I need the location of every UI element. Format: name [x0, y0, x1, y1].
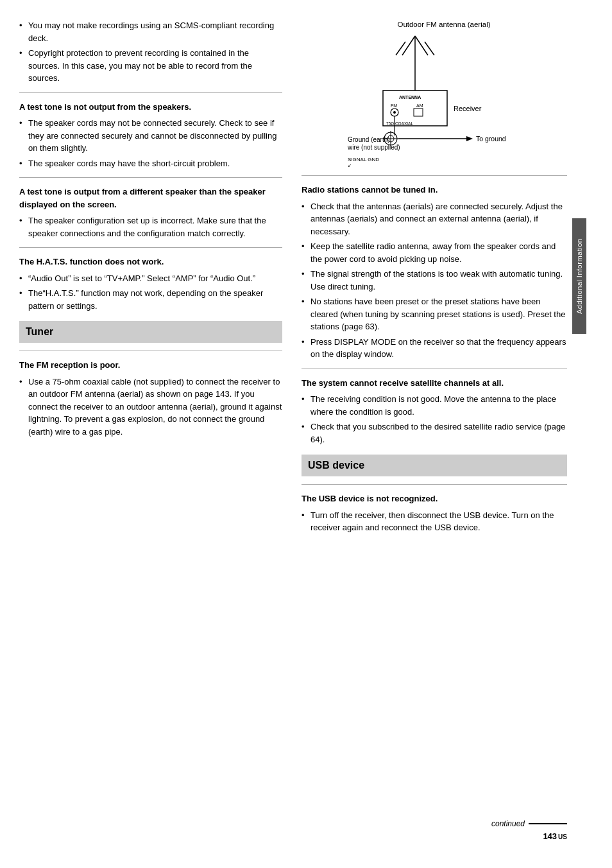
list-item: Check that you subscribed to the desired… — [302, 421, 567, 446]
page-number: 143US — [543, 830, 567, 843]
svg-text:↙: ↙ — [348, 163, 352, 168]
list-item: Copyright protection to prevent recordin… — [19, 47, 282, 85]
svg-text:Ground (earth): Ground (earth) — [348, 136, 390, 143]
radio-heading: Radio stations cannot be tuned in. — [302, 184, 567, 196]
divider — [302, 175, 567, 176]
main-content: You may not make recordings using an SCM… — [0, 0, 612, 868]
page: You may not make recordings using an SCM… — [0, 0, 612, 868]
antenna-diagram-svg: ANTENNA FM AM 75Ω COAXIAL Receiver — [344, 33, 524, 168]
section3-bullets: “Audio Out” is set to “TV+AMP.” Select “… — [19, 272, 282, 313]
continued-label: continued — [491, 818, 567, 829]
section3-heading: The H.A.T.S. function does not work. — [19, 256, 282, 268]
list-item: Turn off the receiver, then disconnect t… — [302, 509, 567, 534]
list-item: Press DISPLAY MODE on the receiver so th… — [302, 336, 567, 361]
section1-heading: A test tone is not output from the speak… — [19, 101, 282, 114]
list-item: Check that the antennas (aerials) are co… — [302, 200, 567, 238]
satellite-heading: The system cannot receive satellite chan… — [302, 377, 567, 390]
antenna-diagram-section: Outdoor FM antenna (aerial) — [302, 19, 567, 168]
usb-heading: The USB device is not recognized. — [302, 492, 567, 505]
usb-bullets: Turn off the receiver, then disconnect t… — [302, 509, 567, 534]
list-item: Use a 75-ohm coaxial cable (not supplied… — [19, 376, 282, 438]
antenna-label-top: Outdoor FM antenna (aerial) — [321, 19, 567, 30]
svg-text:SIGNAL GND: SIGNAL GND — [348, 157, 379, 162]
fm-bullets: Use a 75-ohm coaxial cable (not supplied… — [19, 376, 282, 438]
svg-line-0 — [402, 36, 415, 55]
svg-line-2 — [415, 36, 428, 55]
divider — [19, 247, 282, 248]
side-tab: Additional Information — [572, 218, 586, 334]
section2-bullets: The speaker configuration set up is inco… — [19, 214, 282, 239]
left-column: You may not make recordings using an SCM… — [0, 13, 295, 855]
list-item: The speaker configuration set up is inco… — [19, 214, 282, 239]
divider — [19, 351, 282, 351]
divider — [19, 92, 282, 93]
satellite-bullets: The receiving condition is not good. Mov… — [302, 393, 567, 446]
list-item: Keep the satellite radio antenna, away f… — [302, 240, 567, 265]
svg-text:Receiver: Receiver — [454, 105, 482, 112]
section2-heading: A test tone is output from a different s… — [19, 186, 282, 211]
list-item: The receiving condition is not good. Mov… — [302, 393, 567, 418]
fm-heading: The FM reception is poor. — [19, 359, 282, 372]
svg-point-11 — [393, 111, 396, 114]
svg-marker-25 — [466, 136, 473, 141]
svg-text:75Ω COAXIAL: 75Ω COAXIAL — [386, 121, 413, 126]
intro-bullets: You may not make recordings using an SCM… — [19, 19, 282, 85]
section1-bullets: The speaker cords may not be connected s… — [19, 117, 282, 169]
list-item: The signal strength of the stations is t… — [302, 268, 567, 293]
svg-text:To ground: To ground — [476, 135, 506, 143]
list-item: The speaker cords may have the short-cir… — [19, 157, 282, 170]
radio-bullets: Check that the antennas (aerials) are co… — [302, 200, 567, 361]
usb-banner: USB device — [302, 455, 567, 476]
tuner-banner: Tuner — [19, 321, 282, 343]
svg-text:ANTENNA: ANTENNA — [399, 95, 421, 100]
divider — [302, 369, 567, 369]
list-item: The“H.A.T.S.” function may not work, dep… — [19, 287, 282, 312]
divider — [19, 177, 282, 178]
list-item: You may not make recordings using an SCM… — [19, 19, 282, 44]
divider — [302, 484, 567, 485]
list-item: The speaker cords may not be connected s… — [19, 117, 282, 155]
svg-rect-12 — [414, 108, 423, 116]
svg-text:AM: AM — [416, 103, 423, 108]
list-item: “Audio Out” is set to “TV+AMP.” Select “… — [19, 272, 282, 285]
list-item: No stations have been preset or the pres… — [302, 295, 567, 333]
svg-text:FM: FM — [391, 103, 397, 108]
right-column: Outdoor FM antenna (aerial) — [295, 13, 586, 855]
